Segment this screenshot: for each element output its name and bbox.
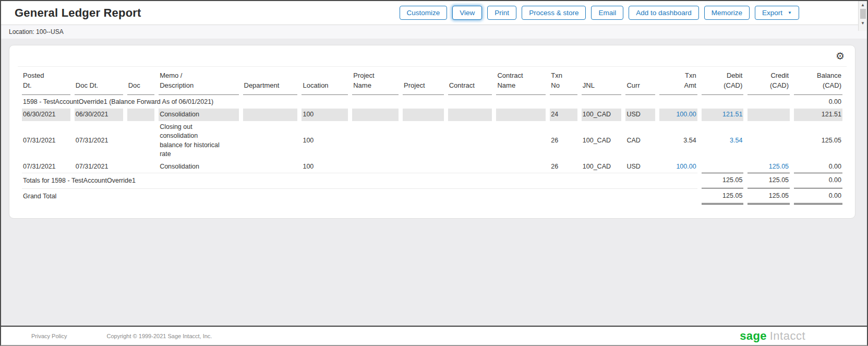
cell-jnl: 100_CAD — [582, 161, 622, 173]
cell-location: 100 — [302, 161, 348, 173]
col-department: Department — [243, 68, 298, 95]
email-button[interactable]: Email — [591, 6, 623, 20]
cell-balance: 121.51 — [794, 109, 842, 121]
cell-balance: 125.05 — [794, 121, 842, 161]
cell-debit-link[interactable]: 3.54 — [702, 121, 744, 161]
cell-memo: Closing out consolidation balance for hi… — [159, 121, 238, 161]
col-posted-dt: Posted Dt. — [22, 68, 70, 95]
col-jnl: JNL — [582, 68, 622, 95]
col-txn-no: Txn No — [550, 68, 577, 95]
cell-jnl: 100_CAD — [582, 109, 622, 121]
general-ledger-table: Posted Dt. Doc Dt. Doc Memo / Descriptio… — [18, 68, 847, 205]
cell-txn-amt-link[interactable]: 100.00 — [659, 161, 697, 173]
table-row: 06/30/2021 06/30/2021 Consolidation 100 … — [22, 109, 842, 121]
cell-contract — [448, 121, 492, 161]
grand-total-debit: 125.05 — [702, 188, 744, 205]
cell-contract — [448, 109, 492, 121]
cell-doc — [127, 109, 154, 121]
col-project-name: Project Name — [352, 68, 399, 95]
cell-project — [403, 121, 444, 161]
totals-balance: 0.00 — [794, 173, 842, 188]
cell-credit — [748, 109, 790, 121]
privacy-policy-link[interactable]: Privacy Policy — [31, 333, 67, 339]
cell-doc-dt: 07/31/2021 — [75, 121, 123, 161]
cell-posted-dt: 06/30/2021 — [22, 109, 70, 121]
customize-button[interactable]: Customize — [400, 6, 448, 20]
table-header-row: Posted Dt. Doc Dt. Doc Memo / Descriptio… — [22, 68, 842, 95]
col-location: Location — [302, 68, 348, 95]
memorize-button[interactable]: Memorize — [704, 6, 750, 20]
cell-balance: 0.00 — [794, 161, 842, 173]
cell-debit — [702, 161, 744, 173]
cell-txn-no: 24 — [550, 109, 577, 121]
cell-curr: CAD — [625, 121, 655, 161]
cell-project — [403, 109, 444, 121]
cell-curr: USD — [625, 161, 655, 173]
cell-project-name — [352, 121, 399, 161]
cell-doc-dt: 07/31/2021 — [75, 161, 123, 173]
cell-project-name — [352, 161, 399, 173]
totals-label: Totals for 1598 - TestAccountOverride1 — [22, 173, 697, 188]
col-doc: Doc — [127, 68, 154, 95]
account-totals-row: Totals for 1598 - TestAccountOverride1 1… — [22, 173, 842, 188]
grand-total-label: Grand Total — [22, 188, 697, 205]
col-debit-cad: Debit (CAD) — [702, 68, 744, 95]
report-card-toolbar: ⚙ — [18, 45, 847, 67]
page-footer: Privacy Policy Copyright © 1999-2021 Sag… — [1, 326, 867, 345]
cell-txn-amt: 3.54 — [659, 121, 697, 161]
cell-contract — [448, 161, 492, 173]
cell-doc-dt: 06/30/2021 — [75, 109, 123, 121]
col-credit-cad: Credit (CAD) — [748, 68, 790, 95]
page-title: General Ledger Report — [15, 6, 141, 20]
account-group-label: 1598 - TestAccountOverride1 (Balance For… — [22, 95, 790, 109]
cell-project-name — [352, 109, 399, 121]
report-card: ⚙ Posted Dt. Doc Dt. Doc Memo / Descript… — [9, 45, 855, 219]
cell-txn-no: 26 — [550, 161, 577, 173]
scroll-down-icon[interactable]: ▼ — [861, 19, 865, 27]
totals-credit: 125.05 — [748, 173, 790, 188]
export-button[interactable]: Export ▼ — [755, 6, 799, 20]
scrollbar-thumb[interactable] — [860, 9, 866, 19]
grand-total-row: Grand Total 125.05 125.05 0.00 — [22, 188, 842, 205]
top-header-bar: General Ledger Report Customize View Pri… — [1, 1, 867, 25]
cell-department — [243, 161, 298, 173]
col-curr: Curr — [625, 68, 655, 95]
app-window: General Ledger Report Customize View Pri… — [0, 0, 868, 346]
cell-credit-link[interactable]: 125.05 — [748, 161, 790, 173]
table-row: 07/31/2021 07/31/2021 Closing out consol… — [22, 121, 842, 161]
view-button[interactable]: View — [452, 6, 482, 20]
add-to-dashboard-button[interactable]: Add to dashboard — [629, 6, 699, 20]
cell-contract-name — [496, 109, 546, 121]
cell-posted-dt: 07/31/2021 — [22, 161, 70, 173]
cell-department — [243, 121, 298, 161]
account-group-header-row: 1598 - TestAccountOverride1 (Balance For… — [22, 95, 842, 109]
logo-sage-text: sage — [740, 329, 766, 343]
cell-project — [403, 161, 444, 173]
print-button[interactable]: Print — [487, 6, 516, 20]
cell-memo: Consolidation — [159, 161, 238, 173]
grand-total-balance: 0.00 — [794, 188, 842, 205]
location-filter-bar: Location: 100--USA — [1, 25, 867, 39]
location-filter-text: Location: 100--USA — [9, 28, 64, 35]
cell-credit — [748, 121, 790, 161]
cell-location: 100 — [302, 121, 348, 161]
totals-debit: 125.05 — [702, 173, 744, 188]
col-contract: Contract — [448, 68, 492, 95]
cell-department — [243, 109, 298, 121]
gear-icon[interactable]: ⚙ — [836, 51, 845, 61]
col-contract-name: Contract Name — [496, 68, 546, 95]
export-button-label: Export — [762, 9, 782, 17]
col-memo-description: Memo / Description — [159, 68, 238, 95]
cell-debit-link[interactable]: 121.51 — [702, 109, 744, 121]
cell-txn-no: 26 — [550, 121, 577, 161]
vertical-scrollbar[interactable]: ▲ ▼ — [858, 1, 867, 31]
cell-doc — [127, 121, 154, 161]
cell-balance: 0.00 — [794, 95, 842, 109]
cell-curr: USD — [625, 109, 655, 121]
cell-txn-amt-link[interactable]: 100.00 — [659, 109, 697, 121]
logo-intacct-text: Intacct — [770, 329, 805, 343]
process-store-button[interactable]: Process & store — [522, 6, 586, 20]
col-doc-dt: Doc Dt. — [75, 68, 123, 95]
col-balance-cad: Balance (CAD) — [794, 68, 842, 95]
scroll-up-icon[interactable]: ▲ — [861, 1, 865, 8]
